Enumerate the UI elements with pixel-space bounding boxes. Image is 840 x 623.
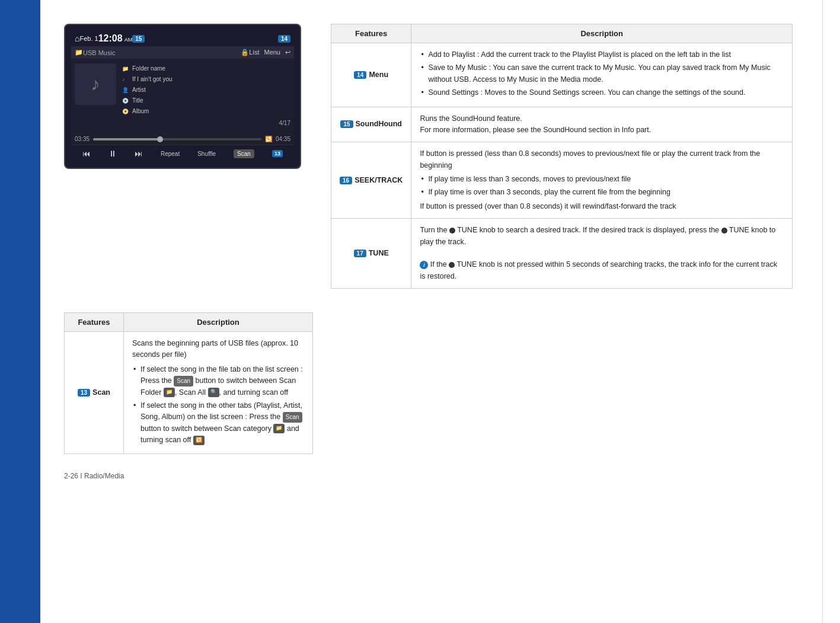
- cd-title: Title: [132, 95, 143, 106]
- device-sub-header: 📁 USB Music 🔒 List Menu ↩: [71, 46, 294, 59]
- play-pause-button[interactable]: ⏸: [108, 149, 117, 158]
- scan-off-icon: 🔁: [193, 436, 205, 445]
- info-icon-blue: i: [420, 261, 428, 269]
- feature-desc-15: Runs the SoundHound feature. For more in…: [411, 107, 793, 142]
- scan-inline-btn-2: Scan: [283, 412, 302, 423]
- badge-13-table: 13: [78, 389, 90, 397]
- bottom-left: Features Description 13Scan Scans the be…: [64, 312, 313, 454]
- artist-row: 👤 Artist: [122, 85, 290, 95]
- feature-desc-13: Scans the beginning parts of USB files (…: [124, 332, 313, 454]
- device-album-art: ♪: [75, 63, 116, 105]
- table-row: 17TUNE Turn the TUNE knob to search a de…: [331, 219, 793, 289]
- progress-track[interactable]: [93, 138, 261, 140]
- device-mockup-area: ⌂ Feb. 1 12:08 AM 15 14 📁 USB Music: [64, 24, 313, 289]
- list-item: If select the song in the other tabs (Pl…: [132, 400, 304, 446]
- album-icon: 📀: [122, 107, 129, 116]
- folder-row: 📁 Folder name: [122, 63, 290, 74]
- device-body: ♪ 📁 Folder name ♪ If I ain't got you: [71, 59, 294, 133]
- table-row: 13Scan Scans the beginning parts of USB …: [65, 332, 313, 454]
- table-row: 16SEEK/TRACK If button is pressed (less …: [331, 142, 793, 219]
- bottom-section: Features Description 13Scan Scans the be…: [64, 312, 793, 454]
- home-icon: ⌂: [75, 34, 79, 43]
- scan-all-icon: 🔍: [208, 388, 219, 397]
- list-item: If select the song in the file tab on th…: [132, 364, 304, 398]
- progress-dot: [157, 136, 163, 142]
- folder-name: Folder name: [132, 63, 165, 74]
- time-start: 03:35: [75, 136, 90, 142]
- scan-folder-icon: 📁: [164, 388, 175, 397]
- device-time-value: 12:08: [98, 33, 123, 43]
- margin-line: [822, 0, 823, 623]
- list-item: Add to Playlist : Add the current track …: [420, 49, 784, 60]
- device-track-info: 📁 Folder name ♪ If I ain't got you 👤 Art…: [122, 63, 290, 129]
- feature-name-13: 13Scan: [65, 332, 124, 454]
- device-screen: ⌂ Feb. 1 12:08 AM 15 14 📁 USB Music: [64, 24, 301, 169]
- badge-14-table: 14: [354, 71, 366, 79]
- main-content: ⌂ Feb. 1 12:08 AM 15 14 📁 USB Music: [40, 0, 810, 623]
- lock-icon: 🔒: [241, 49, 249, 56]
- left-sidebar: [0, 0, 40, 623]
- scan-category-icon: 📁: [273, 424, 285, 433]
- usb-icon: 📁: [75, 49, 83, 56]
- usb-label: USB Music: [83, 49, 115, 56]
- title-row: 💿 Title: [122, 95, 290, 106]
- features-table: Features Description 14Menu A: [331, 24, 793, 289]
- shuffle-button[interactable]: Shuffle: [197, 151, 216, 157]
- prev-button[interactable]: ⏮: [82, 149, 91, 158]
- menu-bullet-list: Add to Playlist : Add the current track …: [420, 49, 784, 99]
- tune-icon-1: [449, 228, 455, 234]
- device-header: ⌂ Feb. 1 12:08 AM 15 14: [71, 31, 294, 46]
- feature-desc-16: If button is pressed (less than 0.8 seco…: [411, 142, 793, 219]
- menu-btn[interactable]: Menu: [264, 49, 280, 56]
- progress-bar-container: 03:35 🔁 04:35: [75, 136, 290, 142]
- scan-button[interactable]: Scan: [234, 149, 254, 158]
- time-end: 04:35: [276, 136, 290, 142]
- bottom-right-spacer: [331, 312, 793, 454]
- list-item: Sound Settings : Moves to the Sound Sett…: [420, 87, 784, 98]
- page-footer: 2-26 I Radio/Media: [64, 472, 793, 480]
- col-description-header: Description: [411, 24, 793, 43]
- badge-13: 13: [272, 150, 283, 157]
- repeat-button[interactable]: Repeat: [161, 151, 180, 157]
- device-progress-area: 03:35 🔁 04:35: [71, 133, 294, 145]
- folder-icon: 📁: [122, 64, 129, 74]
- song-title: If I ain't got you: [132, 74, 173, 85]
- device-ampm: AM: [124, 37, 133, 43]
- bottom-table: Features Description 13Scan Scans the be…: [64, 312, 313, 454]
- table-row: 14Menu Add to Playlist : Add the current…: [331, 43, 793, 107]
- seek-footer: If button is pressed (over than 0.8 seco…: [420, 201, 784, 212]
- scan-inline-btn-1: Scan: [174, 376, 193, 386]
- top-section: ⌂ Feb. 1 12:08 AM 15 14 📁 USB Music: [64, 24, 793, 289]
- feature-name-16: 16SEEK/TRACK: [331, 142, 411, 219]
- col-features-header: Features: [331, 24, 411, 43]
- device-date: Feb. 1: [79, 35, 98, 42]
- device-controls: ⏮ ⏸ ⏭ Repeat Shuffle Scan 13: [71, 145, 294, 162]
- music-note-icon: ♪: [91, 74, 100, 94]
- seek-bullet-list: If play time is less than 3 seconds, mov…: [420, 174, 784, 199]
- list-btn[interactable]: List: [249, 49, 259, 56]
- track-count: 4/17: [122, 118, 290, 129]
- badge-17-table: 17: [354, 250, 366, 257]
- scan-bullet-list: If select the song in the file tab on th…: [132, 364, 304, 446]
- list-item: If play time is less than 3 seconds, mov…: [420, 174, 784, 185]
- table-header-row: Features Description: [331, 24, 793, 43]
- table-row: 15SoundHound Runs the SoundHound feature…: [331, 107, 793, 142]
- repeat-icon: 🔁: [265, 136, 272, 142]
- badge-15-table: 15: [340, 120, 353, 128]
- feature-name-17: 17TUNE: [331, 219, 411, 289]
- artist-label: Artist: [132, 85, 146, 95]
- tune-icon-2: [721, 228, 727, 234]
- feature-desc-17: Turn the TUNE knob to search a desired t…: [411, 219, 793, 289]
- badge-15: 15: [132, 35, 145, 43]
- page-container: ⌂ Feb. 1 12:08 AM 15 14 📁 USB Music: [0, 0, 840, 623]
- list-item: If play time is over than 3 seconds, pla…: [420, 187, 784, 198]
- device-time: 12:08 AM: [98, 33, 132, 44]
- album-label: Album: [132, 106, 149, 117]
- list-item: Save to My Music : You can save the curr…: [420, 62, 784, 85]
- back-icon: ↩: [285, 49, 290, 56]
- next-button[interactable]: ⏭: [135, 149, 143, 158]
- footer-text: 2-26 I Radio/Media: [64, 472, 124, 480]
- song-icon: ♪: [122, 75, 129, 84]
- progress-fill: [93, 138, 161, 140]
- nav-buttons: List Menu ↩: [249, 49, 290, 56]
